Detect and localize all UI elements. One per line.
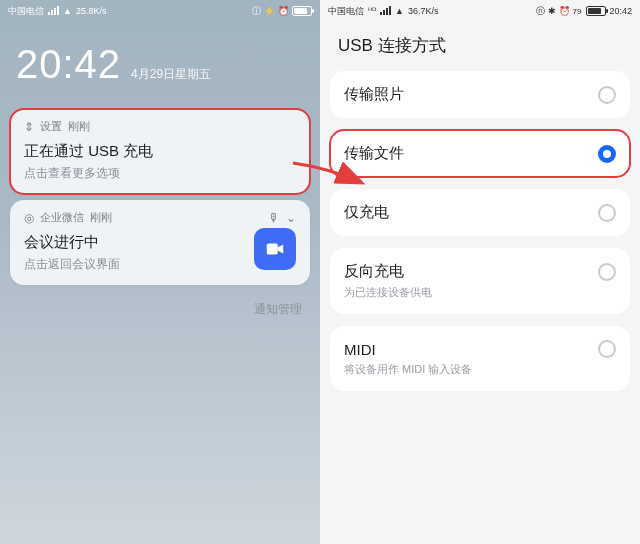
bt-icon: ⓘ: [252, 5, 261, 18]
mic-icon: 🎙: [268, 211, 280, 225]
alarm-icon: ⏰: [559, 6, 570, 16]
chevron-down-icon[interactable]: ⌄: [286, 211, 296, 225]
carrier-label: 中国电信: [8, 5, 44, 18]
bolt-icon: ⚡: [264, 6, 275, 16]
battery-pct: 79: [573, 7, 582, 16]
wework-app-icon: ◎: [24, 211, 34, 225]
notif-title: 会议进行中: [24, 233, 254, 252]
radio-icon-selected[interactable]: [598, 145, 616, 163]
radio-icon[interactable]: [598, 340, 616, 358]
net-speed: 36.7K/s: [408, 6, 439, 16]
option-label: 传输文件: [344, 144, 598, 163]
usb-mode-list: 传输照片 传输文件 仅充电 反向充电 为已连接设备供电 MI: [320, 67, 640, 407]
notif-subtitle: 点击查看更多选项: [24, 165, 296, 182]
notif-title: 正在通过 USB 充电: [24, 142, 296, 161]
meeting-app-icon[interactable]: [254, 228, 296, 270]
meeting-notification[interactable]: ◎ 企业微信 刚刚 🎙 ⌄ 会议进行中 点击返回会议界面: [10, 200, 310, 285]
option-transfer-files[interactable]: 传输文件: [330, 130, 630, 177]
option-label: 传输照片: [344, 85, 598, 104]
svg-rect-0: [267, 244, 278, 255]
clock-row: 20:42 4月29日星期五: [0, 20, 320, 103]
option-reverse-charge[interactable]: 反向充电 为已连接设备供电: [330, 248, 630, 314]
option-midi[interactable]: MIDI 将设备用作 MIDI 输入设备: [330, 326, 630, 391]
wifi-icon: ▲: [63, 6, 72, 16]
option-sub: 将设备用作 MIDI 输入设备: [344, 362, 616, 377]
hd-badge: ᴴᴰ: [368, 6, 376, 16]
usb-charging-notification[interactable]: ⇕ 设置 刚刚 正在通过 USB 充电 点击查看更多选项: [10, 109, 310, 194]
radio-icon[interactable]: [598, 204, 616, 222]
clock-time: 20:42: [609, 6, 632, 16]
page-title: USB 连接方式: [320, 20, 640, 67]
notif-app: 设置: [40, 119, 62, 134]
option-sub: 为已连接设备供电: [344, 285, 616, 300]
option-label: 仅充电: [344, 203, 598, 222]
statusbar-right: 中国电信 ᴴᴰ ▲ 36.7K/s ⓝ ✱ ⏰ 79 20:42: [320, 0, 640, 20]
signal-icon: [48, 6, 59, 17]
carrier-label: 中国电信: [328, 5, 364, 18]
usb-settings-phone: 中国电信 ᴴᴰ ▲ 36.7K/s ⓝ ✱ ⏰ 79 20:42 USB 连接方…: [320, 0, 640, 544]
battery-icon: [292, 6, 312, 16]
notif-when: 刚刚: [68, 119, 90, 134]
radio-icon[interactable]: [598, 263, 616, 281]
signal-icon: [380, 6, 391, 17]
battery-icon: [586, 6, 606, 16]
clock-date: 4月29日星期五: [131, 66, 211, 83]
radio-icon[interactable]: [598, 86, 616, 104]
notif-when: 刚刚: [90, 210, 112, 225]
notif-subtitle: 点击返回会议界面: [24, 256, 254, 273]
lockscreen-phone: 中国电信 ▲ 25.8K/s ⓘ ⚡ ⏰ 20:42 4月29日星期五 ⇕ 设置…: [0, 0, 320, 544]
bt-icon: ✱: [548, 6, 556, 16]
wifi-icon: ▲: [395, 6, 404, 16]
option-transfer-photos[interactable]: 传输照片: [330, 71, 630, 118]
option-label: MIDI: [344, 341, 598, 358]
usb-icon: ⇕: [24, 120, 34, 134]
option-label: 反向充电: [344, 262, 598, 281]
nfc-icon: ⓝ: [536, 5, 545, 18]
option-charge-only[interactable]: 仅充电: [330, 189, 630, 236]
notification-manage-link[interactable]: 通知管理: [0, 291, 320, 318]
statusbar-left: 中国电信 ▲ 25.8K/s ⓘ ⚡ ⏰: [0, 0, 320, 20]
clock-time: 20:42: [16, 42, 121, 87]
alarm-icon: ⏰: [278, 6, 289, 16]
net-speed: 25.8K/s: [76, 6, 107, 16]
notif-app: 企业微信: [40, 210, 84, 225]
